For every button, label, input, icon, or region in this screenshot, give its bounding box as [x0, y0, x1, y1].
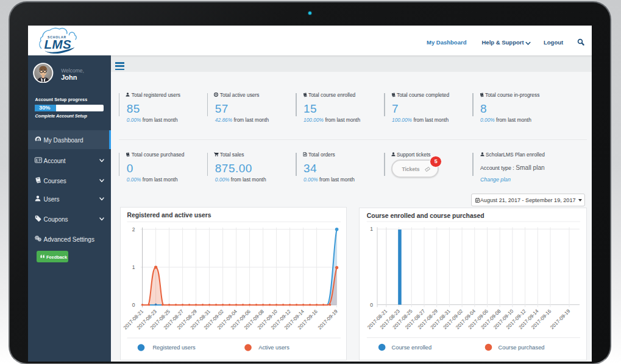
- svg-text:1: 1: [370, 226, 373, 232]
- svg-text:Course purchased: Course purchased: [498, 345, 544, 351]
- svg-text:Course enrolled and course pur: Course enrolled and course purchased: [366, 212, 484, 219]
- svg-text:2017-09-19: 2017-09-19: [317, 308, 339, 330]
- svg-text:Active users: Active users: [258, 345, 289, 351]
- svg-text:1: 1: [132, 264, 135, 270]
- svg-text:Registered and active users: Registered and active users: [127, 212, 211, 219]
- svg-text:Course enrolled: Course enrolled: [391, 345, 431, 351]
- svg-text:0: 0: [370, 302, 373, 308]
- svg-text:2: 2: [132, 226, 135, 232]
- svg-text:0: 0: [132, 302, 135, 308]
- svg-text:Registered users: Registered users: [152, 345, 196, 351]
- svg-text:2017-09-19: 2017-09-19: [549, 308, 571, 330]
- svg-text:LMS: LMS: [44, 37, 71, 51]
